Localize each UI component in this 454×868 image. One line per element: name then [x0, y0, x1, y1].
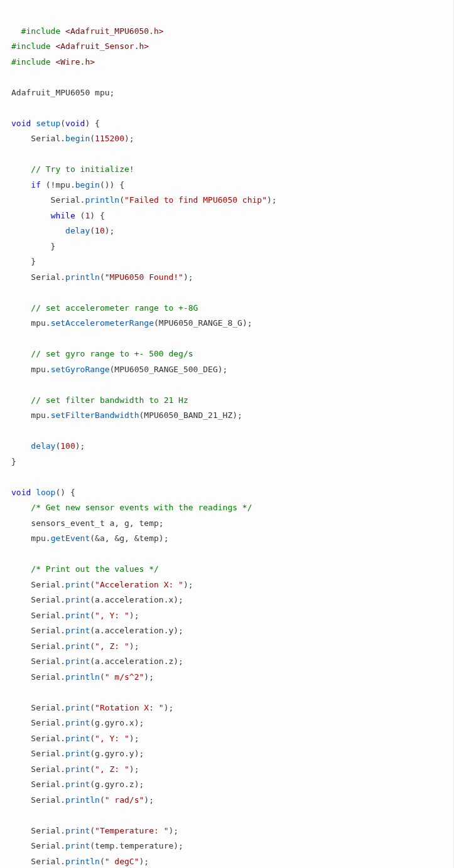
code-token: (a.acceleration.z);: [90, 656, 183, 666]
code-token: Serial.: [11, 272, 65, 282]
code-line: /* Print out the values */: [11, 564, 159, 574]
code-token: (a.acceleration.y);: [90, 626, 183, 635]
code-token: }: [11, 457, 16, 466]
code-line: void loop() {: [11, 488, 75, 497]
code-line: delay(100);: [11, 441, 85, 451]
code-token: println: [65, 795, 100, 805]
code-line: // Try to initialize!: [11, 164, 134, 174]
code-token: Serial.: [11, 626, 65, 635]
code-line: delay(10);: [11, 226, 114, 235]
code-token: #include: [21, 26, 61, 36]
code-line: }: [11, 257, 36, 266]
code-line: sensors_event_t a, g, temp;: [11, 518, 164, 528]
code-token: (: [90, 134, 95, 143]
code-token: println: [65, 272, 100, 282]
code-token: print: [65, 841, 90, 850]
code-line: Serial.println(" degC");: [11, 857, 149, 866]
code-token: // Try to initialize!: [31, 164, 134, 174]
code-token: /* Get new sensor events with the readin…: [31, 503, 252, 512]
code-token: println: [65, 857, 100, 866]
code-token: print: [65, 656, 90, 666]
code-token: ) {: [85, 119, 99, 128]
code-line: Serial.print(", Y: ");: [11, 611, 139, 620]
code-token: (: [100, 857, 105, 866]
code-line: // set accelerometer range to +-8G: [11, 303, 198, 313]
code-token: (: [90, 580, 95, 589]
code-token: print: [65, 595, 90, 604]
code-line: Serial.print("Acceleration X: ");: [11, 580, 193, 589]
code-token: (: [90, 611, 95, 620]
code-line: // set filter bandwidth to 21 Hz: [11, 395, 188, 405]
code-line: Adafruit_MPU6050 mpu;: [11, 88, 114, 97]
code-content: #include <Adafruit_MPU6050.h> #include <…: [11, 26, 277, 869]
code-token: [11, 349, 31, 358]
code-token: setup: [36, 119, 60, 128]
code-token: }: [11, 242, 55, 251]
code-token: (: [60, 119, 65, 128]
code-token: (MPU6050_BAND_21_HZ);: [139, 410, 242, 420]
code-token: () {: [55, 488, 75, 497]
code-line: Serial.print(", Z: ");: [11, 641, 139, 651]
code-line: Serial.print(", Z: ");: [11, 764, 139, 774]
code-token: Serial.: [11, 195, 85, 205]
code-token: (: [90, 826, 95, 835]
code-token: setFilterBandwidth: [51, 410, 139, 420]
code-token: ", Y: ": [95, 734, 129, 743]
code-block: #include <Adafruit_MPU6050.h> #include <…: [0, 0, 454, 868]
code-line: Serial.print(g.gyro.y);: [11, 749, 144, 758]
code-token: <Adafruit_MPU6050.h>: [65, 26, 164, 36]
code-line: Serial.println(" rad/s");: [11, 795, 154, 805]
code-token: delay: [65, 226, 90, 235]
code-token: );: [129, 641, 139, 651]
code-line: void setup(void) {: [11, 119, 100, 128]
code-token: begin: [65, 134, 90, 143]
code-token: (MPU6050_RANGE_500_DEG);: [110, 365, 228, 374]
code-token: " m/s^2": [105, 672, 144, 682]
code-line: // set gyro range to +- 500 deg/s: [11, 349, 193, 358]
code-token: );: [144, 672, 154, 682]
code-token: mpu.: [11, 533, 51, 543]
code-token: (g.gyro.y);: [90, 749, 144, 758]
code-token: setGyroRange: [51, 365, 110, 374]
code-token: (: [90, 641, 95, 651]
code-token: <Adafruit_Sensor.h>: [55, 41, 149, 51]
code-token: print: [65, 641, 90, 651]
code-token: [11, 503, 31, 512]
code-token: [31, 488, 36, 497]
code-token: print: [65, 826, 90, 835]
code-line: Serial.begin(115200);: [11, 134, 134, 143]
code-token: Serial.: [11, 656, 65, 666]
code-token: );: [129, 734, 139, 743]
code-token: (: [100, 795, 105, 805]
code-line: Serial.print(a.acceleration.z);: [11, 656, 183, 666]
code-token: setAccelerometerRange: [51, 318, 154, 328]
code-token: print: [65, 580, 90, 589]
code-token: ", Y: ": [95, 611, 129, 620]
code-token: ", Z: ": [95, 641, 129, 651]
code-token: ) {: [90, 211, 104, 220]
code-line: Serial.print("Temperature: ");: [11, 826, 178, 835]
code-token: mpu.: [11, 318, 51, 328]
code-token: print: [65, 611, 90, 620]
code-token: (: [119, 195, 124, 205]
code-token: Serial.: [11, 795, 65, 805]
code-token: if: [31, 180, 41, 190]
code-line: #include <Adafruit_Sensor.h>: [11, 41, 149, 51]
code-token: Serial.: [11, 595, 65, 604]
code-line: Serial.print(a.acceleration.y);: [11, 626, 183, 635]
code-token: "Rotation X: ": [95, 703, 164, 712]
code-token: #include: [11, 41, 51, 51]
code-token: );: [105, 226, 115, 235]
code-token: print: [65, 626, 90, 635]
code-token: (temp.temperature);: [90, 841, 183, 850]
code-token: Serial.: [11, 734, 65, 743]
code-token: #include: [11, 57, 51, 67]
code-token: begin: [75, 180, 100, 190]
code-token: (g.gyro.z);: [90, 780, 144, 789]
code-token: );: [164, 703, 174, 712]
code-token: (MPU6050_RANGE_8_G);: [154, 318, 252, 328]
code-line: #include <Wire.h>: [11, 57, 95, 67]
code-token: " rad/s": [105, 795, 144, 805]
code-token: Serial.: [11, 641, 65, 651]
code-line: mpu.setGyroRange(MPU6050_RANGE_500_DEG);: [11, 365, 227, 374]
